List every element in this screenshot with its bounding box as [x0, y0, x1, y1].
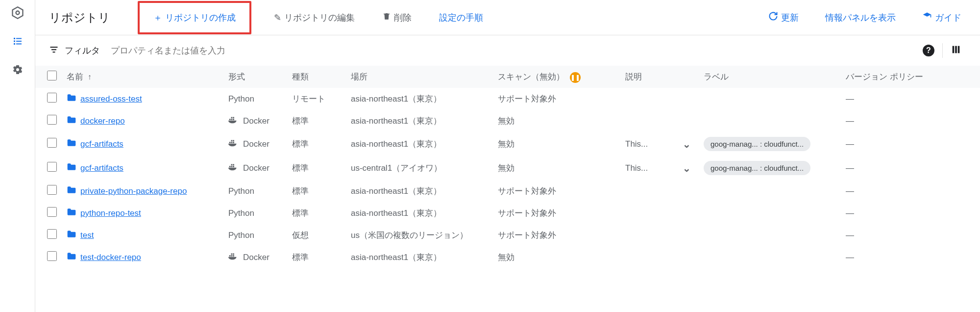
row-checkbox[interactable]	[47, 185, 57, 195]
row-checkbox[interactable]	[47, 115, 57, 125]
svg-rect-29	[229, 255, 231, 257]
location-value: asia-northeast1（東京）	[347, 88, 494, 110]
table-row: private-python-package-repo Python 標準 as…	[35, 180, 980, 202]
row-checkbox[interactable]	[47, 93, 57, 103]
col-header-version[interactable]: バージョン ポリシー	[842, 66, 980, 88]
svg-rect-12	[955, 46, 957, 53]
row-checkbox[interactable]	[47, 138, 57, 148]
svg-rect-18	[233, 117, 234, 119]
repo-name-link[interactable]: private-python-package-repo	[80, 186, 187, 196]
setup-steps-button[interactable]: 設定の手順	[434, 8, 488, 27]
repo-name-link[interactable]: python-repo-test	[80, 208, 141, 218]
scan-value: 無効	[494, 132, 621, 156]
version-value: —	[846, 231, 854, 240]
create-repo-button[interactable]: ＋ リポジトリの作成	[148, 8, 241, 27]
divider	[942, 43, 943, 58]
col-header-description[interactable]: 説明	[621, 66, 700, 88]
table-row: test-docker-repo Docker 標準 asia-northeas…	[35, 246, 980, 268]
create-highlight: ＋ リポジトリの作成	[138, 1, 251, 34]
col-header-kind[interactable]: 種類	[288, 66, 347, 88]
repo-name-link[interactable]: gcf-artifacts	[80, 139, 123, 149]
svg-rect-22	[231, 140, 233, 142]
repo-name-link[interactable]: assured-oss-test	[80, 94, 142, 104]
delete-repo-button[interactable]: 削除	[377, 8, 416, 27]
filter-icon[interactable]	[49, 45, 59, 57]
repositories-nav-icon[interactable]	[12, 35, 24, 50]
folder-icon	[67, 115, 76, 127]
svg-rect-6	[14, 43, 15, 45]
col-header-scan[interactable]: スキャン（無効） ❚❚	[494, 66, 621, 88]
label-chip[interactable]: goog-manag... : cloudfunct...	[704, 161, 810, 175]
repo-table: 名前 ↑ 形式 種類 場所 スキャン（無効） ❚❚ 説明 ラベル バージョン ポ…	[35, 66, 980, 268]
create-repo-label: リポジトリの作成	[165, 12, 236, 24]
col-header-name-label: 名前	[67, 72, 83, 81]
svg-rect-11	[953, 46, 955, 53]
kind-value: 標準	[288, 110, 347, 132]
svg-rect-27	[231, 164, 233, 166]
repo-name-link[interactable]: test	[80, 231, 94, 240]
col-header-location[interactable]: 場所	[347, 66, 494, 88]
guide-button[interactable]: ガイド	[917, 7, 966, 27]
row-checkbox[interactable]	[47, 207, 57, 217]
svg-rect-19	[229, 142, 231, 143]
svg-rect-16	[233, 119, 234, 120]
refresh-icon	[768, 11, 778, 24]
location-value: asia-northeast1（東京）	[347, 132, 494, 156]
folder-icon	[67, 138, 76, 150]
version-value: —	[846, 116, 854, 126]
folder-icon	[67, 252, 76, 263]
repo-name-link[interactable]: docker-repo	[80, 116, 125, 126]
svg-rect-2	[14, 38, 15, 39]
filter-label: フィルタ	[65, 45, 100, 56]
format-value: Docker	[243, 253, 270, 262]
settings-nav-icon[interactable]	[12, 64, 24, 78]
repo-name-link[interactable]: gcf-artifacts	[80, 163, 123, 173]
delete-repo-label: 削除	[394, 12, 412, 24]
svg-rect-5	[16, 41, 22, 42]
help-icon[interactable]: ?	[923, 45, 934, 56]
chevron-down-icon[interactable]: ⌄	[683, 162, 691, 174]
row-checkbox[interactable]	[47, 251, 57, 261]
artifact-registry-logo-icon	[11, 6, 24, 22]
format-value: Docker	[243, 116, 270, 126]
edit-repo-button[interactable]: ✎ リポジトリの編集	[269, 8, 360, 27]
show-info-panel-button[interactable]: 情報パネルを表示	[820, 8, 901, 27]
location-value: asia-northeast1（東京）	[347, 246, 494, 268]
folder-icon	[67, 93, 76, 104]
row-checkbox[interactable]	[47, 229, 57, 239]
format-value: Python	[228, 186, 254, 196]
svg-rect-30	[231, 255, 233, 257]
svg-rect-31	[233, 255, 234, 257]
trash-icon	[382, 12, 391, 23]
svg-rect-32	[231, 254, 233, 255]
show-info-panel-label: 情報パネルを表示	[825, 12, 896, 24]
svg-rect-9	[51, 49, 56, 50]
columns-icon[interactable]	[951, 44, 961, 57]
select-all-checkbox[interactable]	[47, 71, 57, 80]
refresh-button[interactable]: 更新	[763, 7, 804, 27]
row-checkbox[interactable]	[47, 162, 57, 172]
svg-rect-14	[229, 119, 231, 120]
label-chip[interactable]: goog-manag... : cloudfunct...	[704, 137, 810, 151]
pencil-icon: ✎	[274, 12, 281, 23]
chevron-down-icon[interactable]: ⌄	[683, 138, 691, 150]
col-header-name[interactable]: 名前 ↑	[63, 66, 224, 88]
svg-rect-24	[229, 166, 231, 167]
repo-name-link[interactable]: test-docker-repo	[80, 253, 141, 262]
col-header-format[interactable]: 形式	[224, 66, 288, 88]
docker-icon	[228, 115, 239, 127]
svg-rect-25	[231, 166, 233, 167]
col-header-scan-label: スキャン（無効）	[498, 72, 564, 81]
kind-value: 標準	[288, 202, 347, 224]
col-header-labels[interactable]: ラベル	[700, 66, 842, 88]
filter-input[interactable]	[106, 46, 917, 56]
svg-rect-21	[233, 142, 234, 143]
version-value: —	[846, 163, 854, 173]
location-value: asia-northeast1（東京）	[347, 110, 494, 132]
table-row: gcf-artifacts Docker 標準 asia-northeast1（…	[35, 132, 980, 156]
svg-rect-33	[233, 254, 234, 255]
scan-value: 無効	[494, 110, 621, 132]
format-value: Python	[228, 208, 254, 218]
svg-rect-13	[958, 46, 960, 53]
folder-icon	[67, 162, 76, 174]
